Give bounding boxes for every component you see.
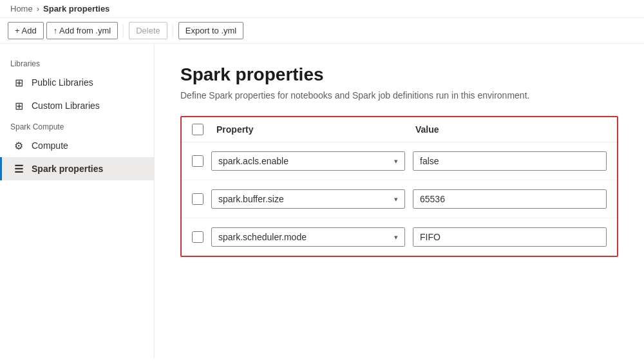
row-2-checkbox[interactable]	[192, 193, 204, 205]
row-1-property-select[interactable]: spark.acls.enable ▾	[211, 151, 405, 171]
table-row: spark.scheduler.mode ▾	[182, 218, 617, 256]
row-2-property-select[interactable]: spark.buffer.size ▾	[211, 189, 405, 209]
sidebar-item-custom-libraries-label: Custom Libraries	[32, 100, 100, 111]
export-button[interactable]: Export to .yml	[178, 22, 243, 39]
row-3-chevron-icon: ▾	[394, 233, 398, 242]
breadcrumb-home[interactable]: Home	[10, 4, 33, 14]
row-3-checkbox[interactable]	[192, 231, 204, 243]
row-1-value-input[interactable]	[413, 151, 607, 171]
spark-compute-section-label: Spark Compute	[0, 117, 154, 134]
row-2-chevron-icon: ▾	[394, 195, 398, 204]
sidebar: Libraries ⊞ Public Libraries ⊞ Custom Li…	[0, 44, 155, 358]
properties-table: Property Value spark.acls.enable ▾ spark…	[180, 116, 618, 257]
sidebar-item-spark-properties[interactable]: ☰ Spark properties	[0, 157, 154, 180]
layout: Libraries ⊞ Public Libraries ⊞ Custom Li…	[0, 44, 644, 358]
toolbar-divider-2	[173, 24, 173, 37]
breadcrumb-separator: ›	[37, 4, 39, 14]
sidebar-item-public-libraries-label: Public Libraries	[32, 77, 93, 88]
spark-properties-icon: ☰	[12, 162, 25, 175]
row-2-value-input[interactable]	[413, 189, 607, 209]
table-header: Property Value	[182, 117, 617, 142]
breadcrumb-current: Spark properties	[43, 4, 109, 14]
table-row: spark.acls.enable ▾	[182, 142, 617, 180]
page-title: Spark properties	[180, 64, 618, 85]
custom-libraries-icon: ⊞	[12, 99, 25, 112]
delete-button[interactable]: Delete	[129, 22, 167, 39]
row-1-checkbox[interactable]	[192, 155, 204, 167]
row-2-property-value: spark.buffer.size	[218, 194, 284, 204]
sidebar-item-compute[interactable]: ⚙ Compute	[0, 134, 154, 157]
row-1-chevron-icon: ▾	[394, 157, 398, 166]
header-col-value: Value	[415, 124, 607, 135]
sidebar-item-custom-libraries[interactable]: ⊞ Custom Libraries	[0, 94, 154, 117]
header-checkbox[interactable]	[192, 124, 204, 135]
row-1-property-value: spark.acls.enable	[218, 156, 289, 166]
header-col-property: Property	[211, 124, 408, 135]
row-3-property-value: spark.scheduler.mode	[218, 232, 307, 242]
breadcrumb: Home › Spark properties	[0, 0, 644, 18]
table-row: spark.buffer.size ▾	[182, 180, 617, 218]
compute-icon: ⚙	[12, 139, 25, 152]
add-button[interactable]: + Add	[8, 22, 44, 39]
libraries-section-label: Libraries	[0, 54, 154, 71]
sidebar-item-compute-label: Compute	[32, 140, 68, 151]
main-content: Spark properties Define Spark properties…	[155, 44, 644, 358]
page-description: Define Spark properties for notebooks an…	[180, 90, 618, 100]
row-3-value-input[interactable]	[413, 227, 607, 247]
row-3-property-select[interactable]: spark.scheduler.mode ▾	[211, 227, 405, 247]
public-libraries-icon: ⊞	[12, 76, 25, 89]
sidebar-item-spark-properties-label: Spark properties	[32, 164, 103, 174]
toolbar-divider-1	[123, 24, 124, 37]
sidebar-item-public-libraries[interactable]: ⊞ Public Libraries	[0, 71, 154, 94]
add-from-yml-button[interactable]: ↑ Add from .yml	[46, 22, 118, 39]
toolbar: + Add ↑ Add from .yml Delete Export to .…	[0, 18, 644, 44]
